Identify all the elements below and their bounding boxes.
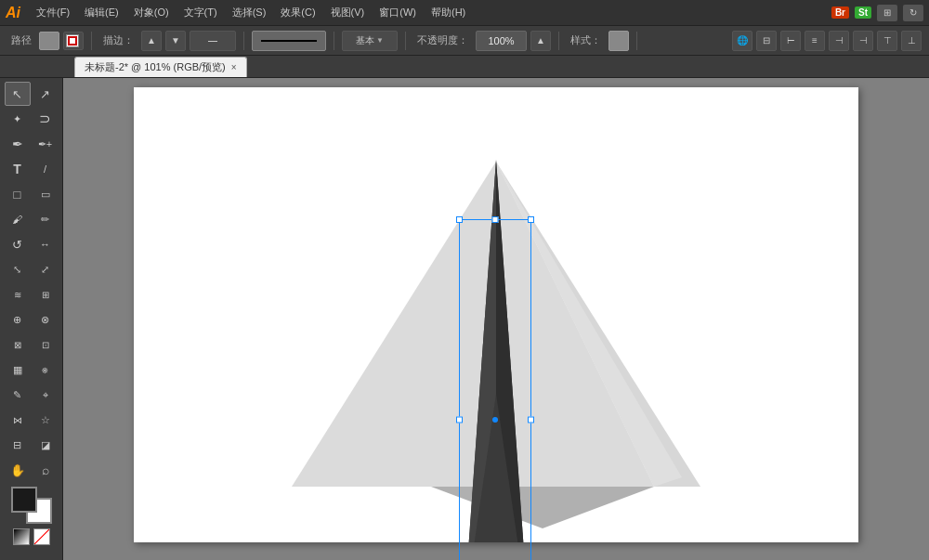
menu-effect[interactable]: 效果(C) xyxy=(274,4,321,21)
bridge-badge[interactable]: Br xyxy=(831,7,849,19)
globe-icon[interactable]: 🌐 xyxy=(732,31,752,51)
distribute-h-icon[interactable]: ⊣ xyxy=(853,31,873,51)
sync-icon[interactable]: ↻ xyxy=(903,5,923,21)
tool-row-12: ▦ ⎈ xyxy=(5,358,59,382)
opacity-field[interactable]: 100% xyxy=(476,31,527,51)
tools-panel: ↖ ↗ ✦ ⊃ ✒ ✒+ T / □ ▭ 🖌 ✏ ↺ ↔ xyxy=(0,78,63,560)
measure-tool[interactable]: ⌖ xyxy=(33,383,59,407)
rotate-tool[interactable]: ↺ xyxy=(5,232,31,256)
gradient-swatch[interactable] xyxy=(13,528,30,545)
perspective-select-tool[interactable]: ⊡ xyxy=(33,332,59,357)
perspective-grid-tool[interactable]: ⊠ xyxy=(5,332,31,357)
artboard-arrange-icon[interactable]: ⊟ xyxy=(756,31,777,51)
tab-document[interactable]: 未标题-2* @ 101% (RGB/预览) × xyxy=(74,57,247,77)
stock-badge[interactable]: St xyxy=(855,7,871,19)
vertical-type-tool[interactable]: / xyxy=(33,157,59,181)
canvas-area[interactable] xyxy=(63,78,929,560)
stroke-weight-down[interactable]: ▼ xyxy=(165,31,186,51)
menu-select[interactable]: 选择(S) xyxy=(226,4,273,21)
direct-select-tool[interactable]: ↗ xyxy=(33,82,59,106)
zoom-tool[interactable]: ⌕ xyxy=(33,458,59,482)
pen-tool[interactable]: ✒ xyxy=(5,132,31,156)
tool-row-6: 🖌 ✏ xyxy=(5,207,59,231)
menubar-right: Br St ⊞ ↻ xyxy=(831,5,923,21)
color-mini-row xyxy=(13,528,50,545)
pencil-tool[interactable]: ✏ xyxy=(33,207,59,231)
draw-inside-icon[interactable]: ◧ xyxy=(46,551,64,560)
tool-row-4: T / xyxy=(5,157,59,181)
style-label: 样式： xyxy=(567,33,605,47)
artboard-tool[interactable]: ⊟ xyxy=(5,433,31,457)
rectangle-tool[interactable]: □ xyxy=(5,182,31,206)
free-transform-tool[interactable]: ⊞ xyxy=(33,282,59,306)
graph-tool[interactable]: ▦ xyxy=(5,358,31,382)
lasso-tool[interactable]: ⊃ xyxy=(33,107,59,131)
stroke-weight-up[interactable]: ▲ xyxy=(141,31,162,51)
blend-tool[interactable]: ⋈ xyxy=(5,408,31,432)
distribute-v-icon[interactable]: ⊤ xyxy=(877,31,897,51)
scale-tool[interactable]: ⤡ xyxy=(5,257,31,281)
tab-title: 未标题-2* @ 101% (RGB/预览) xyxy=(85,60,226,74)
select-tool[interactable]: ↖ xyxy=(5,82,31,106)
menu-type[interactable]: 文字(T) xyxy=(177,4,224,21)
stroke-label: 描边： xyxy=(99,33,137,47)
artwork-svg xyxy=(134,87,858,542)
column-graph-tool[interactable]: ⎈ xyxy=(33,358,59,382)
draw-normal-icon[interactable]: □ xyxy=(0,551,17,560)
toolbar: 路径 描边： ▲ ▼ — 基本 ▼ 不透明度： 100% ▲ 样式： 🌐 ⊟ ⊢… xyxy=(0,26,929,56)
tool-row-7: ↺ ↔ xyxy=(5,232,59,256)
tool-row-16: ✋ ⌕ xyxy=(5,458,59,482)
fill-color-btn[interactable] xyxy=(39,32,59,50)
magic-wand-tool[interactable]: ✦ xyxy=(5,107,31,131)
svg-marker-0 xyxy=(292,162,654,487)
live-paint-tool[interactable]: ⊗ xyxy=(33,307,59,332)
stroke-color-btn[interactable] xyxy=(63,32,84,50)
warp-tool[interactable]: ≋ xyxy=(5,282,31,306)
tool-row-14: ⋈ ☆ xyxy=(5,408,59,432)
color-section: □ ◫ ◧ xyxy=(0,487,63,560)
align-center-icon[interactable]: ≡ xyxy=(805,31,825,51)
opacity-label: 不透明度： xyxy=(413,33,472,47)
hand-tool[interactable]: ✋ xyxy=(5,458,31,482)
symbol-tool[interactable]: ☆ xyxy=(33,408,59,432)
artboard xyxy=(134,87,858,542)
tool-row-13: ✎ ⌖ xyxy=(5,383,59,407)
eyedropper-tool[interactable]: ✎ xyxy=(5,383,31,407)
menu-window[interactable]: 窗口(W) xyxy=(373,4,423,21)
style-swatch[interactable] xyxy=(608,31,629,51)
type-tool[interactable]: T xyxy=(5,157,31,181)
slice-tool[interactable]: ◪ xyxy=(33,433,59,457)
tool-row-10: ⊕ ⊗ xyxy=(5,307,59,332)
foreground-color-box[interactable] xyxy=(11,487,37,513)
menu-file[interactable]: 文件(F) xyxy=(30,4,76,21)
tool-row-5: □ ▭ xyxy=(5,182,59,206)
app-logo: Ai xyxy=(6,5,20,21)
tab-close-btn[interactable]: × xyxy=(231,62,237,72)
menu-object[interactable]: 对象(O) xyxy=(127,4,176,21)
mode-dropdown-arrow: ▼ xyxy=(376,36,384,45)
shape-builder-tool[interactable]: ⊕ xyxy=(5,307,31,332)
draw-behind-icon[interactable]: ◫ xyxy=(19,551,45,560)
workspace-icon[interactable]: ⊞ xyxy=(877,5,897,21)
path-label: 路径 xyxy=(7,33,35,47)
tool-row-2: ✦ ⊃ xyxy=(5,107,59,131)
paintbrush-tool[interactable]: 🖌 xyxy=(5,207,31,231)
opacity-up[interactable]: ▲ xyxy=(530,31,551,51)
reflect-tool[interactable]: ↔ xyxy=(33,232,59,256)
shear-tool[interactable]: ⤢ xyxy=(33,257,59,281)
align-left-icon[interactable]: ⊢ xyxy=(780,31,801,51)
none-swatch[interactable] xyxy=(33,528,50,545)
stroke-weight-field[interactable]: — xyxy=(190,31,236,51)
stroke-preview xyxy=(252,31,326,51)
menu-bar: Ai 文件(F) 编辑(E) 对象(O) 文字(T) 选择(S) 效果(C) 视… xyxy=(0,0,929,26)
align-right-icon[interactable]: ⊣ xyxy=(829,31,849,51)
distribute-space-icon[interactable]: ⊥ xyxy=(901,31,922,51)
tool-row-1: ↖ ↗ xyxy=(5,82,59,106)
menu-edit[interactable]: 编辑(E) xyxy=(78,4,125,21)
mode-dropdown[interactable]: 基本 ▼ xyxy=(342,31,398,51)
rounded-rect-tool[interactable]: ▭ xyxy=(33,182,59,206)
tool-row-3: ✒ ✒+ xyxy=(5,132,59,156)
add-anchor-tool[interactable]: ✒+ xyxy=(33,132,59,156)
menu-help[interactable]: 帮助(H) xyxy=(425,4,472,21)
menu-view[interactable]: 视图(V) xyxy=(324,4,372,21)
